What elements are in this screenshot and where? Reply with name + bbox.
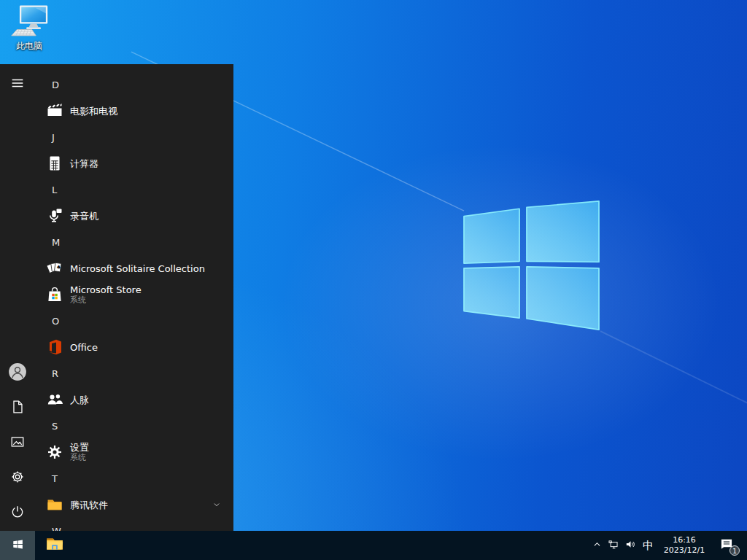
section-letter: R [52, 368, 58, 379]
file-explorer-icon [45, 534, 64, 556]
app-item-voice-recorder[interactable]: 录音机 [35, 203, 233, 229]
rail-menu-button[interactable] [0, 67, 35, 102]
app-section-header-d[interactable]: D [35, 71, 233, 98]
ime-indicator[interactable]: 中 [639, 531, 657, 560]
volume-button[interactable] [622, 531, 639, 560]
rail-documents-button[interactable] [0, 391, 35, 426]
app-item-text: 录音机 [70, 211, 98, 222]
settings-outline-icon [9, 469, 26, 488]
app-section-header-r[interactable]: R [35, 360, 233, 386]
taskbar-file-explorer-button[interactable] [35, 531, 74, 560]
app-item-text: 腾讯软件 [70, 499, 108, 510]
document-icon [9, 399, 26, 418]
pictures-icon [9, 434, 26, 453]
settings-gear-icon [46, 443, 63, 461]
app-section-header-j[interactable]: J [35, 124, 233, 150]
taskbar-clock[interactable]: 16:16 2023/12/1 [662, 531, 707, 560]
app-item-microsoft-store[interactable]: Microsoft Store系统 [35, 281, 233, 308]
windows-desktop: 此电脑 D电影和电视J计算器L录音机M♠Microsoft Solitaire … [0, 0, 747, 560]
calculator-icon [46, 155, 63, 172]
start-menu-app-list: D电影和电视J计算器L录音机M♠Microsoft Solitaire Coll… [35, 71, 233, 531]
network-icon [608, 538, 620, 553]
chevron-down-icon[interactable] [212, 499, 222, 510]
section-letter: O [52, 316, 59, 327]
rail-account-button[interactable] [0, 356, 35, 391]
hamburger-icon [9, 75, 26, 94]
app-item-label: Microsoft Solitaire Collection [70, 263, 205, 274]
movies-tv-icon [46, 102, 63, 120]
section-letter: S [52, 421, 58, 432]
desktop-icon-this-pc[interactable]: 此电脑 [6, 4, 53, 52]
action-center-button[interactable]: 1 [711, 531, 742, 560]
app-item-tencent-folder[interactable]: 腾讯软件 [35, 491, 233, 518]
voice-recorder-icon [46, 207, 63, 225]
app-item-label: 计算器 [70, 158, 98, 169]
user-avatar-icon [8, 362, 27, 384]
microsoft-store-icon [46, 286, 63, 303]
office-icon [46, 338, 63, 356]
section-letter: T [52, 473, 58, 484]
chevron-up-icon [591, 538, 603, 553]
app-item-label: 人脉 [70, 394, 89, 405]
solitaire-icon: ♠ [46, 260, 63, 277]
power-icon [9, 504, 26, 523]
rail-pictures-button[interactable] [0, 426, 35, 461]
desktop-icon-label: 此电脑 [6, 40, 53, 52]
app-item-text: Microsoft Solitaire Collection [70, 263, 205, 274]
app-item-movies-tv[interactable]: 电影和电视 [35, 98, 233, 124]
clock-date: 2023/12/1 [664, 545, 705, 556]
taskbar-empty-area [74, 531, 589, 560]
app-item-text: 人脉 [70, 394, 89, 405]
hidden-icons-button[interactable] [589, 531, 605, 560]
windows-start-icon [12, 538, 24, 553]
app-item-text: 电影和电视 [70, 106, 117, 117]
section-letter: L [52, 184, 57, 195]
notification-badge: 1 [729, 545, 740, 556]
computer-icon [9, 4, 50, 39]
section-letter: D [52, 79, 59, 90]
app-item-calculator[interactable]: 计算器 [35, 150, 233, 176]
app-item-text: Office [70, 342, 98, 353]
app-item-office[interactable]: Office [35, 334, 233, 360]
app-item-settings[interactable]: 设置系统 [35, 439, 233, 465]
people-icon [46, 391, 63, 408]
app-section-header-o[interactable]: O [35, 308, 233, 334]
app-item-sublabel: 系统 [70, 295, 142, 305]
app-item-label: Office [70, 342, 98, 353]
app-section-header-l[interactable]: L [35, 176, 233, 203]
app-item-label: 设置 [70, 442, 89, 453]
rail-power-button[interactable] [0, 496, 35, 531]
clock-time: 16:16 [673, 535, 696, 545]
folder-icon [46, 496, 63, 513]
app-section-header-m[interactable]: M [35, 229, 233, 255]
volume-icon [624, 538, 637, 553]
app-section-header-t[interactable]: T [35, 465, 233, 491]
rail-settings-button[interactable] [0, 461, 35, 496]
app-item-people[interactable]: 人脉 [35, 386, 233, 413]
taskbar: 中 16:16 2023/12/1 1 [0, 531, 747, 560]
start-button[interactable] [0, 531, 35, 560]
app-section-header-s[interactable]: S [35, 413, 233, 439]
section-letter: W [52, 526, 61, 532]
app-item-text: Microsoft Store系统 [70, 284, 142, 305]
app-item-label: 腾讯软件 [70, 499, 108, 510]
app-item-text: 设置系统 [70, 442, 89, 462]
app-item-label: 录音机 [70, 211, 98, 222]
svg-text:♠: ♠ [55, 264, 61, 271]
app-item-solitaire[interactable]: ♠Microsoft Solitaire Collection [35, 255, 233, 281]
app-section-header-w[interactable]: W [35, 518, 233, 531]
start-menu-rail [0, 64, 35, 531]
system-tray: 中 16:16 2023/12/1 1 [589, 531, 747, 560]
app-item-label: 电影和电视 [70, 106, 117, 117]
start-menu: D电影和电视J计算器L录音机M♠Microsoft Solitaire Coll… [0, 64, 233, 531]
section-letter: M [52, 237, 60, 248]
app-item-text: 计算器 [70, 158, 98, 169]
app-item-sublabel: 系统 [70, 453, 89, 462]
app-item-label: Microsoft Store [70, 284, 142, 295]
network-button[interactable] [605, 531, 622, 560]
section-letter: J [52, 132, 55, 143]
